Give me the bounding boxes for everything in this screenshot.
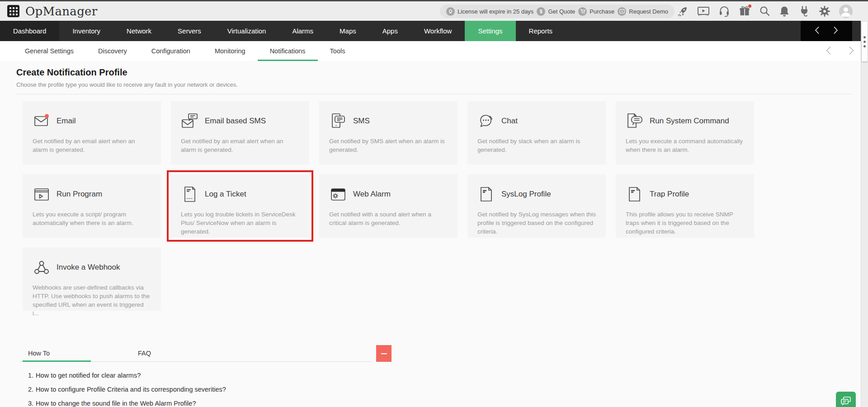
card-run-program[interactable]: Run Program Lets you execute a script/ p… <box>23 174 161 238</box>
cart-icon <box>578 7 587 16</box>
nav-workflow[interactable]: Workflow <box>411 21 465 41</box>
card-title: Email <box>57 117 76 126</box>
nav-dashboard[interactable]: Dashboard <box>0 21 59 41</box>
card-trap-profile[interactable]: Trap Profile This profile allows you to … <box>616 174 754 238</box>
how-to-question-2[interactable]: 2. How to configure Profile Criteria and… <box>28 386 372 395</box>
license-expiry-text: License will expire in 25 days <box>458 8 533 15</box>
request-demo-button[interactable]: Request Demo <box>618 7 668 16</box>
card-title: Invoke a Webhook <box>57 263 120 272</box>
card-desc: Get notified by slack when an alarm is g… <box>477 137 596 154</box>
chat-bubbles-icon <box>840 396 852 407</box>
question-number: 2. <box>28 386 33 395</box>
purchase-button[interactable]: Purchase <box>578 7 614 16</box>
run-system-command-icon <box>626 112 644 130</box>
nav-scroll-left-chevron-icon[interactable] <box>815 26 820 36</box>
web-alarm-icon <box>329 185 347 203</box>
settings-gear-icon[interactable] <box>819 5 830 17</box>
card-email[interactable]: Email Get notified by an email alert whe… <box>23 101 161 164</box>
license-expiry-item[interactable]: License will expire in 25 days <box>446 7 533 16</box>
card-web-alarm[interactable]: Web Alarm Get notified with a sound aler… <box>319 174 458 238</box>
card-run-system-command[interactable]: Run System Command Lets you execute a co… <box>616 101 754 164</box>
plugin-plug-icon[interactable] <box>798 5 810 17</box>
card-title: Run System Command <box>650 117 729 126</box>
app-header: OpManager License will expire in 25 days… <box>0 1 868 21</box>
live-chat-button[interactable] <box>836 392 856 407</box>
card-title: SysLog Profile <box>501 190 551 199</box>
subnav-scroll-right-chevron-icon[interactable] <box>849 46 854 56</box>
divider <box>16 94 852 94</box>
nav-virtualization[interactable]: Virtualization <box>214 21 279 41</box>
nav-servers[interactable]: Servers <box>165 21 214 41</box>
card-title: Email based SMS <box>205 117 266 126</box>
sms-icon <box>329 112 347 130</box>
tab-how-to[interactable]: How To <box>23 345 91 361</box>
help-tab-bar: How To FAQ <box>20 345 372 362</box>
subnav-tools[interactable]: Tools <box>318 41 358 61</box>
search-icon[interactable] <box>759 5 770 17</box>
card-desc: This profile allows you to receive SNMP … <box>626 210 744 236</box>
subnav-monitoring[interactable]: Monitoring <box>203 41 258 61</box>
license-medal-icon <box>446 7 455 16</box>
collapse-help-button[interactable] <box>376 345 392 362</box>
card-desc: Get notified by an email alert when an a… <box>33 137 151 154</box>
subnav-configuration[interactable]: Configuration <box>139 41 203 61</box>
gift-notification-dot <box>748 5 751 8</box>
card-syslog-profile[interactable]: SysLog Profile Get notified by SysLog me… <box>467 174 606 238</box>
page-title: Create Notification Profile <box>16 67 852 78</box>
card-log-a-ticket[interactable]: Log a Ticket Lets you log trouble ticket… <box>171 174 309 238</box>
nav-scroll-right-chevron-icon[interactable] <box>833 26 838 36</box>
subnav-scroll-left-chevron-icon[interactable] <box>826 46 831 56</box>
question-number: 1. <box>28 372 33 381</box>
nav-apps[interactable]: Apps <box>369 21 411 41</box>
log-a-ticket-icon <box>181 185 199 203</box>
nav-maps[interactable]: Maps <box>326 21 369 41</box>
subnav-scroll-controls <box>826 41 854 61</box>
tab-faq[interactable]: FAQ <box>132 345 156 361</box>
subnav-notifications[interactable]: Notifications <box>258 41 318 61</box>
question-number: 3. <box>28 400 33 407</box>
card-title: Log a Ticket <box>205 190 246 199</box>
subnav-general-settings[interactable]: General Settings <box>13 41 86 61</box>
question-text: How to get notified for clear alarms? <box>36 372 141 381</box>
how-to-question-3[interactable]: 3. How to change the sound file in the W… <box>28 400 372 407</box>
card-desc: Get notified by an email alert when an a… <box>181 137 299 154</box>
card-sms[interactable]: SMS Get notified by SMS alert when an al… <box>319 101 458 164</box>
card-invoke-a-webhook[interactable]: Invoke a Webhook Webhooks are user-defin… <box>23 248 161 311</box>
card-desc: Get notified with a sound alert when a c… <box>329 210 448 227</box>
subnav-discovery[interactable]: Discovery <box>86 41 139 61</box>
app-launcher-grid-icon[interactable] <box>7 5 19 17</box>
purchase-label: Purchase <box>590 8 614 15</box>
email-icon <box>33 112 51 130</box>
card-desc: Lets you log trouble tickets in ServiceD… <box>181 210 299 236</box>
notifications-bell-icon[interactable] <box>779 5 790 17</box>
header-icon-bar <box>677 1 853 21</box>
card-chat[interactable]: Chat Get notified by slack when an alarm… <box>467 101 606 164</box>
question-text: How to configure Profile Criteria and it… <box>36 386 226 395</box>
opmanager-logo[interactable]: OpManager <box>25 5 98 18</box>
support-headset-icon[interactable] <box>718 5 730 17</box>
scrollbar-thumb[interactable] <box>862 22 868 61</box>
nav-reports[interactable]: Reports <box>516 21 566 41</box>
card-title: Chat <box>501 117 518 126</box>
question-text: How to change the sound file in the Web … <box>36 400 196 407</box>
training-screen-icon[interactable] <box>697 5 710 17</box>
whats-new-rocket-icon[interactable] <box>677 5 689 17</box>
minus-icon <box>381 353 387 354</box>
gift-icon[interactable] <box>739 5 750 17</box>
settings-subnav: General Settings Discovery Configuration… <box>0 41 868 61</box>
syslog-profile-icon <box>477 185 495 203</box>
card-email-based-sms[interactable]: Email based SMS Get notified by an email… <box>171 101 309 164</box>
card-desc: Get notified by SMS alert when an alarm … <box>329 137 448 154</box>
nav-alarms[interactable]: Alarms <box>279 21 326 41</box>
get-quote-button[interactable]: $ Get Quote <box>537 7 575 16</box>
nav-network[interactable]: Network <box>113 21 165 41</box>
nav-inventory[interactable]: Inventory <box>59 21 113 41</box>
card-desc: Lets you execute a command automatically… <box>626 137 744 154</box>
nav-scroll-controls <box>801 21 852 41</box>
demo-video-icon <box>618 7 626 16</box>
nav-settings[interactable]: Settings <box>465 21 515 41</box>
how-to-question-1[interactable]: 1. How to get notified for clear alarms? <box>28 372 372 381</box>
profile-card-grid: Email Get notified by an email alert whe… <box>23 101 764 311</box>
user-avatar[interactable] <box>839 5 853 18</box>
help-section: How To FAQ 1. How to get notified for cl… <box>20 345 372 407</box>
